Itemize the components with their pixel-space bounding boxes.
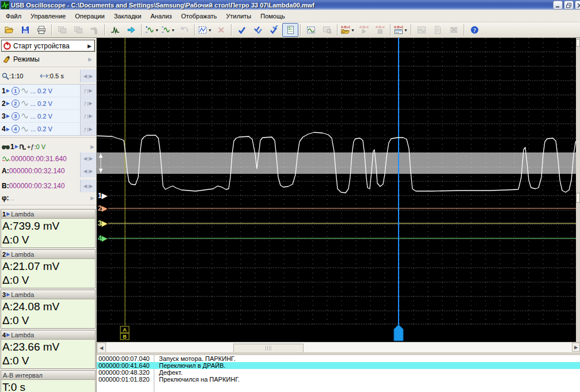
toolbar-button-zoom-in-signal[interactable]: ▼ [144, 23, 160, 37]
cursor-tag-label: B [123, 334, 127, 340]
plot-horizontal-scrollbar[interactable]: ◀ ▶ [97, 342, 580, 353]
cursor-a-row[interactable]: A: 000000:00:32.140 ◀|▶ [0, 165, 96, 177]
hscroll-right-arrow[interactable]: ▶ [572, 342, 580, 352]
timebase-value: :0.5 s [48, 73, 64, 79]
toolbar-button-tools[interactable] [86, 23, 103, 37]
hscroll-thumb[interactable] [233, 344, 304, 353]
channel-3-settings-row[interactable]: 3▶3... 0.2 Vƒ|▶ [0, 110, 96, 123]
channel-4-settings-row[interactable]: 4▶4... 0.2 Vƒ|▶ [0, 123, 96, 135]
toolbar-button-copy-waveform[interactable] [54, 23, 70, 37]
channel-stepper[interactable]: ƒ|▶ [80, 123, 96, 135]
channel-2-settings-row[interactable]: 2▶2... 0.2 Vƒ|▶ [0, 97, 96, 110]
toolbar-button-open-file[interactable] [1, 23, 17, 37]
toolbar-button-signal-view[interactable] [107, 23, 123, 37]
cursor-b-stepper[interactable]: ◀|▶ [80, 180, 96, 192]
toolbar-button-undo[interactable] [176, 23, 192, 37]
restore-button[interactable] [564, 1, 574, 10]
close-button[interactable] [575, 1, 580, 10]
toolbar-button-confirm-down[interactable] [250, 23, 266, 37]
menu-item-5[interactable]: Анализ [146, 11, 176, 21]
position-row[interactable]: 000000:00:31.640 ◀|▶ [0, 153, 96, 165]
modes-button[interactable]: Режимы ▶ [1, 53, 95, 65]
signal-position-icon [2, 155, 11, 162]
minimize-button[interactable] [553, 1, 563, 10]
channel-range-value[interactable]: ... 0.2 V [31, 100, 52, 107]
dropdown-arrow-icon[interactable]: ▼ [171, 28, 175, 32]
measure-panel-header[interactable]: 2▶Lambda [1, 250, 95, 259]
toolbar-button-save-file[interactable] [17, 23, 33, 37]
channel-circled-number[interactable]: 2 [12, 100, 20, 108]
channel-circled-number[interactable]: 4 [12, 125, 20, 133]
toolbar-button-help[interactable]: ? [467, 23, 483, 37]
dropdown-arrow-icon[interactable]: ▼ [208, 28, 212, 32]
toolbar-button-select-region[interactable] [303, 23, 319, 37]
menu-item-2[interactable]: Управление [26, 11, 70, 21]
hscroll-left-arrow[interactable]: ◀ [97, 342, 106, 353]
threshold-band[interactable] [97, 153, 576, 174]
channel-range-value[interactable]: ... 0.2 V [31, 87, 52, 94]
event-row-4[interactable]: 000000:01:01.820Преключился на ПАРКИНГ. [97, 376, 580, 383]
channel-range-value[interactable]: ... 0.2 V [31, 125, 52, 132]
toolbar-button-chart-view[interactable] [414, 23, 430, 37]
channel-circled-number[interactable]: 1 [12, 87, 20, 95]
event-timestamp: 000000:01:01.820 [97, 376, 154, 383]
toolbar-button-confirm-up[interactable] [266, 23, 282, 37]
toolbar-button-abc-play[interactable]: A:B+C [356, 23, 372, 37]
toolbar-button-print[interactable] [33, 23, 50, 37]
event-row-3[interactable]: 000000:00:48.320Дефект. [97, 369, 580, 376]
cursor-a-stepper[interactable]: ◀|▶ [80, 165, 96, 177]
phase-row[interactable]: φ: ... ▶ [0, 192, 96, 203]
dropdown-arrow-icon[interactable]: ▼ [351, 28, 355, 32]
plot-area[interactable]: 1▶2▶3▶4▶AB [97, 38, 576, 342]
menu-item-6[interactable]: Отображать [176, 11, 221, 21]
menu-item-4[interactable]: Закладки [109, 11, 146, 21]
measure-panel-header[interactable]: 1▶Lambda [1, 210, 95, 219]
cursor-a-label: A: [2, 167, 9, 175]
event-row-1[interactable]: 000000:00:07.040Запуск мотора. ПАРКИНГ. [97, 355, 580, 362]
toolbar-button-checklist-panel[interactable] [282, 23, 298, 37]
modes-expand-arrow[interactable]: ▶ [88, 56, 92, 62]
toolbar-button-abc-stop[interactable]: A:B+C [372, 23, 388, 37]
dropdown-arrow-icon[interactable]: ▼ [404, 28, 408, 32]
toolbar-button-fit-signal[interactable] [123, 23, 139, 37]
ab-interval-header[interactable]: A-B интервал [1, 371, 95, 380]
toolbar-button-zoom-region[interactable] [319, 23, 335, 37]
position-stepper[interactable]: ◀|▶ [80, 153, 96, 165]
menu-item-8[interactable]: Помощь [256, 11, 290, 21]
zoom-timebase-row[interactable]: :1:10 :0.5 s ◀|▶ [0, 70, 96, 82]
start-device-button[interactable]: Старт устройства ▶ [1, 40, 95, 52]
channel-stepper[interactable]: ƒ|▶ [80, 97, 96, 109]
dropdown-arrow-icon[interactable]: ▼ [155, 28, 159, 32]
measure-panel-header[interactable]: 3▶Lambda [1, 290, 95, 299]
channel-circled-number[interactable]: 3 [12, 112, 20, 120]
toolbar-button-chart-mode[interactable]: ▼ [197, 23, 213, 37]
toolbar-button-abc-open[interactable]: A:B+C▼ [340, 23, 356, 37]
start-expand-arrow[interactable]: ▶ [88, 43, 92, 49]
toolbar-button-copy-screen[interactable] [70, 23, 86, 37]
trigger-row[interactable]: 1▶ +ƒ: 0 V ▶ [0, 140, 96, 153]
title-bar[interactable]: USB Oscilloscope - C:\Documents and Sett… [0, 0, 580, 10]
timebase-stepper[interactable]: ◀|▶ [80, 70, 96, 82]
channel-range-value[interactable]: ... 0.2 V [31, 113, 52, 120]
trigger-expand-arrow[interactable]: ▶ [90, 144, 94, 150]
plot-vertical-scrollbar[interactable] [576, 38, 580, 342]
event-row-2[interactable]: 000000:00:41.640Переключил в ДРАЙВ. [97, 362, 580, 369]
menu-item-3[interactable]: Операции [70, 11, 109, 21]
menu-item-1[interactable]: Файл [1, 11, 26, 21]
menu-item-7[interactable]: Утилиты [222, 11, 256, 21]
toolbar-button-abc-panel[interactable]: A:B+C▼ [393, 23, 409, 37]
channel-stepper[interactable]: ƒ|▶ [80, 110, 96, 122]
vscroll-thumb-bottom[interactable] [576, 193, 580, 203]
channel-stepper[interactable]: ƒ|▶ [80, 85, 96, 97]
toolbar-button-zoom-out-signal[interactable]: ▼ [160, 23, 176, 37]
toolbar-button-delete-chart[interactable] [213, 23, 229, 37]
vscroll-thumb-top[interactable] [576, 39, 580, 47]
phase-expand-arrow[interactable]: ▶ [90, 195, 94, 201]
toolbar-button-report[interactable] [430, 23, 446, 37]
measure-panel-header[interactable]: 4▶Lambda [1, 330, 95, 340]
phase-label: φ: [2, 194, 9, 202]
channel-1-settings-row[interactable]: 1▶1... 0.2 Vƒ|▶ [0, 85, 96, 97]
toolbar-button-confirm-one[interactable] [234, 23, 250, 37]
cursor-b-row[interactable]: B: 000000:00:32.140 ◀|▶ [0, 180, 96, 192]
toolbar-button-delete[interactable] [446, 23, 462, 37]
